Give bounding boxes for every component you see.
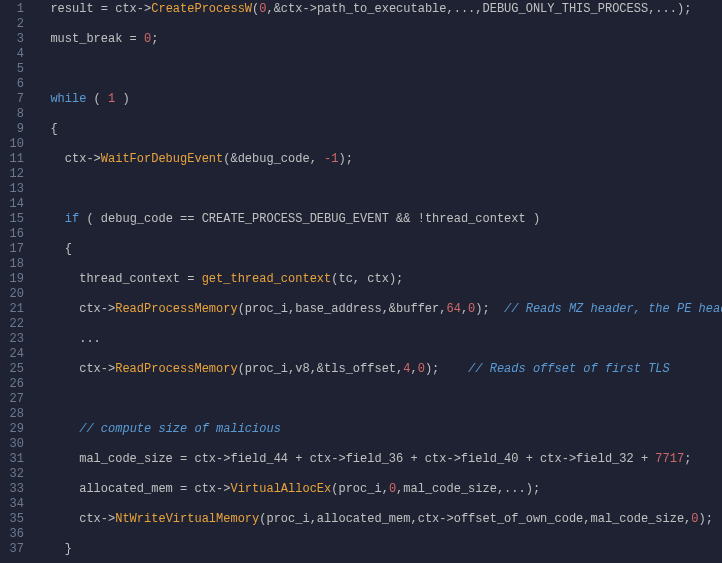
token-punct: ); — [699, 512, 713, 526]
line-number: 31 — [4, 452, 24, 467]
token-ident: (proc_i, — [331, 482, 389, 496]
token-num: 7717 — [655, 452, 684, 466]
line-number: 27 — [4, 392, 24, 407]
code-line[interactable]: ... — [36, 332, 722, 347]
line-number: 24 — [4, 347, 24, 362]
token-ident — [36, 212, 65, 226]
code-line[interactable]: if ( debug_code == CREATE_PROCESS_DEBUG_… — [36, 212, 722, 227]
line-number: 5 — [4, 62, 24, 77]
line-number: 13 — [4, 182, 24, 197]
token-op: -> — [137, 2, 151, 16]
token-fn: ReadProcessMemory — [115, 302, 237, 316]
token-ident: ctx — [115, 2, 137, 16]
token-punct: ); — [475, 302, 504, 316]
line-number: 9 — [4, 122, 24, 137]
line-number: 16 — [4, 227, 24, 242]
token-num: 64 — [446, 302, 460, 316]
code-line[interactable]: must_break = 0; — [36, 32, 722, 47]
token-ident: (&debug_code, — [223, 152, 324, 166]
line-number: 10 — [4, 137, 24, 152]
line-number: 32 — [4, 467, 24, 482]
code-line[interactable]: ctx->ReadProcessMemory(proc_i,base_addre… — [36, 302, 722, 317]
token-fn: VirtualAllocEx — [230, 482, 331, 496]
line-number: 2 — [4, 17, 24, 32]
token-ident: ,mal_code_size,...); — [396, 482, 540, 496]
code-line[interactable]: } — [36, 542, 722, 557]
code-line[interactable]: allocated_mem = ctx->VirtualAllocEx(proc… — [36, 482, 722, 497]
code-line[interactable]: ctx->NtWriteVirtualMemory(proc_i,allocat… — [36, 512, 722, 527]
code-line[interactable]: mal_code_size = ctx->field_44 + ctx->fie… — [36, 452, 722, 467]
token-op: = — [101, 2, 115, 16]
token-fn: CreateProcessW — [151, 2, 252, 16]
line-number: 1 — [4, 2, 24, 17]
token-ident: must_break = — [36, 32, 144, 46]
line-number: 28 — [4, 407, 24, 422]
token-ident: ctx-> — [36, 512, 115, 526]
line-number: 7 — [4, 92, 24, 107]
token-cmt: // Reads MZ header, the PE header — [504, 302, 722, 316]
token-ident: ctx-> — [36, 302, 115, 316]
token-ident: ... — [36, 332, 101, 346]
line-number: 26 — [4, 377, 24, 392]
token-ident: (proc_i,base_address,&buffer, — [238, 302, 447, 316]
code-line[interactable]: // compute size of malicious — [36, 422, 722, 437]
line-number: 22 — [4, 317, 24, 332]
token-ident: ctx-> — [36, 362, 115, 376]
token-num: -1 — [324, 152, 338, 166]
code-line[interactable]: { — [36, 122, 722, 137]
token-ident: mal_code_size = ctx->field_44 + ctx->fie… — [36, 452, 655, 466]
line-number: 36 — [4, 527, 24, 542]
code-line[interactable] — [36, 62, 722, 77]
line-number: 34 — [4, 497, 24, 512]
code-line[interactable]: { — [36, 242, 722, 257]
line-number: 23 — [4, 332, 24, 347]
token-punct: , — [461, 302, 468, 316]
code-area[interactable]: result = ctx->CreateProcessW(0,&ctx->pat… — [32, 0, 722, 563]
code-line[interactable]: ctx->ReadProcessMemory(proc_i,v8,&tls_of… — [36, 362, 722, 377]
token-cmt: // compute size of malicious — [79, 422, 281, 436]
token-ident: allocated_mem = ctx-> — [36, 482, 230, 496]
token-punct: ); — [425, 362, 468, 376]
token-punct: { — [36, 122, 58, 136]
line-number: 6 — [4, 77, 24, 92]
token-punct: { — [36, 242, 72, 256]
line-number: 20 — [4, 287, 24, 302]
token-num: 0 — [389, 482, 396, 496]
token-ident: ctx-> — [36, 152, 101, 166]
token-fn: get_thread_context — [202, 272, 332, 286]
line-number: 14 — [4, 197, 24, 212]
line-number: 18 — [4, 257, 24, 272]
token-punct: } — [36, 542, 72, 556]
token-ident: ( debug_code == CREATE_PROCESS_DEBUG_EVE… — [79, 212, 540, 226]
line-number: 35 — [4, 512, 24, 527]
token-kw: if — [65, 212, 79, 226]
token-num: 0 — [691, 512, 698, 526]
code-line[interactable]: while ( 1 ) — [36, 92, 722, 107]
code-line[interactable] — [36, 392, 722, 407]
token-punct: ; — [151, 32, 158, 46]
line-number: 12 — [4, 167, 24, 182]
token-fn: NtWriteVirtualMemory — [115, 512, 259, 526]
code-line[interactable]: thread_context = get_thread_context(tc, … — [36, 272, 722, 287]
line-number: 29 — [4, 422, 24, 437]
line-number: 25 — [4, 362, 24, 377]
code-line[interactable]: result = ctx->CreateProcessW(0,&ctx->pat… — [36, 2, 722, 17]
line-number: 17 — [4, 242, 24, 257]
code-line[interactable] — [36, 182, 722, 197]
token-ident: (proc_i,v8,&tls_offset, — [238, 362, 404, 376]
token-punct: ) — [115, 92, 129, 106]
line-number: 33 — [4, 482, 24, 497]
code-line[interactable]: ctx->WaitForDebugEvent(&debug_code, -1); — [36, 152, 722, 167]
token-punct: ( — [86, 92, 108, 106]
line-number: 37 — [4, 542, 24, 557]
token-ident: ,&ctx->path_to_executable,...,DEBUG_ONLY… — [266, 2, 691, 16]
line-number: 19 — [4, 272, 24, 287]
token-punct: ); — [338, 152, 352, 166]
token-punct: , — [410, 362, 417, 376]
line-number: 15 — [4, 212, 24, 227]
token-fn: ReadProcessMemory — [115, 362, 237, 376]
line-number: 30 — [4, 437, 24, 452]
code-editor: 1234567891011121314151617181920212223242… — [0, 0, 722, 563]
line-number: 11 — [4, 152, 24, 167]
token-ident — [36, 92, 50, 106]
